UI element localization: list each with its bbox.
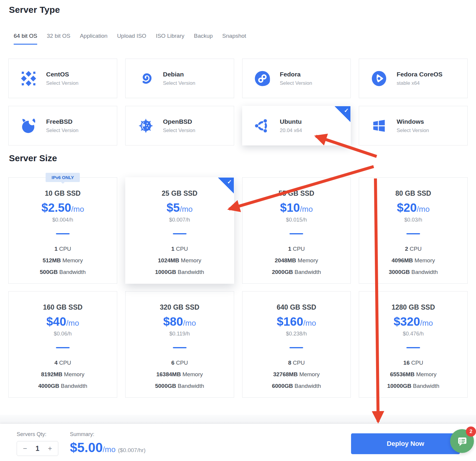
tab-snapshot[interactable]: Snapshot — [222, 33, 246, 45]
disk-size: 80 GB SSD — [359, 189, 467, 197]
tab-upload-iso[interactable]: Upload ISO — [117, 33, 146, 45]
memory-spec: 1024MB Memory — [126, 257, 234, 264]
bandwidth-spec: 5000GB Bandwidth — [126, 383, 234, 389]
openbsd-icon — [137, 117, 154, 134]
os-card-windows[interactable]: Windows Select Version — [359, 106, 468, 145]
disk-size: 10 GB SSD — [9, 189, 117, 197]
chat-unread-badge: 2 — [466, 426, 476, 437]
size-card-10gb[interactable]: IPv6 ONLY 10 GB SSD $2.50/mo $0.004/h 1 … — [8, 177, 117, 284]
chat-widget-button[interactable]: 2 — [450, 429, 474, 453]
os-card-fedora-coreos[interactable]: Fedora CoreOS stable x64 — [359, 59, 468, 98]
per-month-label: /mo — [180, 205, 192, 214]
os-card-version: 20.04 x64 — [280, 128, 302, 134]
os-card-title: FreeBSD — [46, 118, 79, 125]
hourly-price: $0.06/h — [9, 331, 117, 337]
tab-32-bit-os[interactable]: 32 bit OS — [47, 33, 70, 45]
bandwidth-spec: 3000GB Bandwidth — [359, 269, 467, 275]
monthly-price: $80 — [163, 315, 183, 328]
memory-spec: 512MB Memory — [9, 257, 117, 264]
cpu-spec: 1 CPU — [242, 246, 351, 252]
total-hourly-price: ($0.007/hr) — [118, 447, 145, 453]
os-card-centos[interactable]: CentOS Select Version — [8, 59, 117, 98]
price-row: $40/mo — [9, 315, 117, 328]
increase-qty-button[interactable]: + — [48, 445, 52, 452]
size-card-25gb[interactable]: 25 GB SSD $5/mo $0.007/h 1 CPU 1024MB Me… — [125, 177, 234, 284]
disk-size: 160 GB SSD — [9, 303, 117, 311]
servers-qty-label: Servers Qty: — [17, 431, 46, 438]
deploy-now-button[interactable]: Deploy Now — [351, 433, 460, 454]
price-row: $160/mo — [242, 315, 351, 328]
os-card-title: Windows — [397, 118, 429, 125]
ipv6-only-badge: IPv6 ONLY — [46, 173, 80, 182]
memory-spec: 4096MB Memory — [359, 257, 467, 264]
price-row: $5/mo — [126, 201, 234, 214]
hourly-price: $0.004/h — [9, 217, 117, 223]
tab-64-bit-os[interactable]: 64 bit OS — [14, 33, 37, 45]
disk-size: 320 GB SSD — [126, 303, 234, 311]
card-divider — [173, 233, 187, 234]
cpu-spec: 1 CPU — [126, 246, 234, 252]
tab-application[interactable]: Application — [80, 33, 107, 45]
cpu-spec: 1 CPU — [9, 246, 117, 252]
prefooter-band — [0, 415, 476, 424]
size-card-640gb[interactable]: 640 GB SSD $160/mo $0.238/h 8 CPU 32768M… — [242, 291, 351, 398]
os-card-title: Fedora CoreOS — [397, 71, 442, 78]
size-card-grid: IPv6 ONLY 10 GB SSD $2.50/mo $0.004/h 1 … — [8, 177, 468, 398]
size-card-160gb[interactable]: 160 GB SSD $40/mo $0.06/h 4 CPU 8192MB M… — [8, 291, 117, 398]
card-divider — [289, 233, 303, 234]
tab-backup[interactable]: Backup — [194, 33, 213, 45]
os-card-version: Select Version — [280, 80, 312, 86]
card-divider — [406, 347, 420, 348]
fedora-icon — [254, 70, 271, 87]
deploy-footer: Servers Qty: − 1 + Summary: $5.00/mo($0.… — [0, 424, 476, 461]
price-row: $20/mo — [359, 201, 467, 214]
checkmark-icon: ✓ — [344, 107, 349, 114]
size-card-55gb[interactable]: 55 GB SSD $10/mo $0.015/h 1 CPU 2048MB M… — [242, 177, 351, 284]
os-card-openbsd[interactable]: OpenBSD Select Version — [125, 106, 234, 145]
quantity-stepper[interactable]: − 1 + — [17, 441, 58, 456]
os-card-title: Debian — [163, 71, 195, 78]
section-title-server-size: Server Size — [9, 153, 476, 163]
cpu-spec: 4 CPU — [9, 360, 117, 366]
server-type-tabs: 64 bit OS 32 bit OS Application Upload I… — [14, 33, 476, 45]
size-card-320gb[interactable]: 320 GB SSD $80/mo $0.119/h 6 CPU 16384MB… — [125, 291, 234, 398]
freebsd-icon — [20, 117, 37, 134]
hourly-price: $0.119/h — [126, 331, 234, 337]
per-month-label: /mo — [71, 205, 84, 214]
monthly-price: $2.50 — [41, 201, 71, 214]
tab-iso-library[interactable]: ISO Library — [156, 33, 184, 45]
card-divider — [56, 233, 70, 234]
os-card-version: Select Version — [163, 128, 195, 134]
per-month-label: /mo — [303, 319, 316, 327]
per-month-label: /mo — [417, 205, 430, 214]
summary-label: Summary: — [70, 431, 94, 438]
memory-spec: 32768MB Memory — [242, 371, 351, 378]
os-card-ubuntu[interactable]: Ubuntu 20.04 x64 ✓ — [242, 106, 351, 145]
size-card-80gb[interactable]: 80 GB SSD $20/mo $0.03/h 2 CPU 4096MB Me… — [359, 177, 468, 284]
total-per-month: /mo — [103, 445, 115, 454]
summary-price: $5.00/mo($0.007/hr) — [70, 440, 145, 455]
os-card-version: stable x64 — [397, 80, 442, 86]
bandwidth-spec: 6000GB Bandwidth — [242, 383, 351, 389]
hourly-price: $0.03/h — [359, 217, 467, 223]
os-card-freebsd[interactable]: FreeBSD Select Version — [8, 106, 117, 145]
cpu-spec: 6 CPU — [126, 360, 234, 366]
card-divider — [406, 233, 420, 234]
os-card-debian[interactable]: Debian Select Version — [125, 59, 234, 98]
os-card-version: Select Version — [163, 80, 195, 86]
decrease-qty-button[interactable]: − — [23, 445, 27, 452]
per-month-label: /mo — [66, 319, 79, 327]
memory-spec: 65536MB Memory — [359, 371, 467, 378]
card-divider — [173, 347, 187, 348]
selected-corner-ribbon: ✓ — [218, 178, 234, 194]
size-card-1280gb[interactable]: 1280 GB SSD $320/mo $0.476/h 16 CPU 6553… — [359, 291, 468, 398]
os-card-fedora[interactable]: Fedora Select Version — [242, 59, 351, 98]
monthly-price: $320 — [394, 315, 420, 328]
hourly-price: $0.476/h — [359, 331, 467, 337]
cpu-spec: 16 CPU — [359, 360, 467, 366]
monthly-price: $20 — [397, 201, 417, 214]
ubuntu-icon — [254, 117, 271, 134]
os-card-version: Select Version — [46, 80, 79, 86]
monthly-price: $10 — [280, 201, 300, 214]
qty-value[interactable]: 1 — [36, 445, 40, 453]
